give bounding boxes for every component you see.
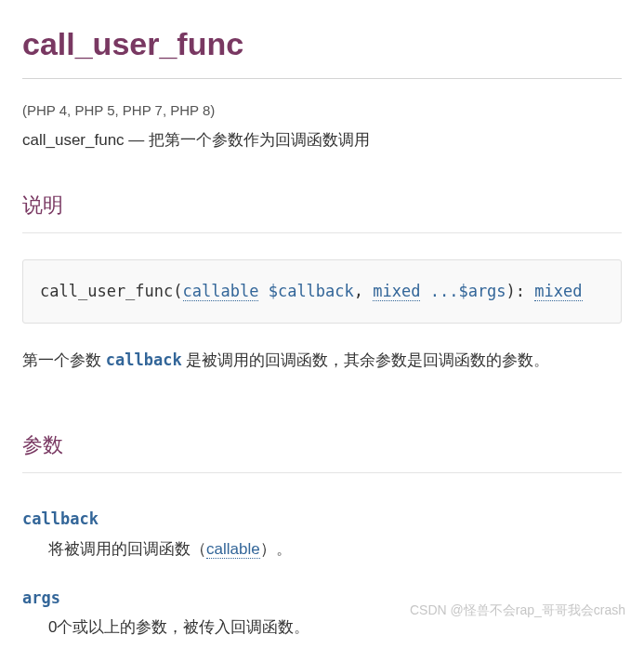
version-info: (PHP 4, PHP 5, PHP 7, PHP 8) [22,99,622,122]
method-synopsis: call_user_func(callable $callback, mixed… [22,259,622,324]
param-item: callback 将被调用的回调函数（callable）。 [22,507,622,561]
synopsis-comma: , [354,282,373,300]
type-link-mixed-return[interactable]: mixed [534,282,582,301]
section-heading-parameters: 参数 [22,429,622,461]
summary-sep: — [125,131,149,149]
synopsis-param-callback: $callback [258,282,353,300]
param-desc-args: 0个或以上的参数，被传入回调函数。 [48,615,622,640]
param-desc-pre: 0个或以上的参数，被传入回调函数。 [48,618,309,636]
type-link-mixed-arg[interactable]: mixed [373,282,420,301]
description-text: 第一个参数 callback 是被调用的回调函数，其余参数是回调函数的参数。 [22,348,622,373]
type-link-callable[interactable]: callable [183,282,259,301]
parameters-separator [22,472,622,473]
synopsis-paren-open: ( [173,282,182,300]
synopsis-paren-close: ): [506,282,535,300]
type-link-callable-param[interactable]: callable [206,540,260,559]
param-name-callback: callback [22,507,622,532]
summary-func: call_user_func [22,131,125,149]
summary-line: call_user_func — 把第一个参数作为回调函数调用 [22,127,622,152]
desc-post: 是被调用的回调函数，其余参数是回调函数的参数。 [182,351,550,369]
desc-pre: 第一个参数 [22,351,106,369]
param-desc-pre: 将被调用的回调函数（ [48,540,206,558]
synopsis-param-args: ...$args [420,282,506,300]
param-item: args 0个或以上的参数，被传入回调函数。 [22,586,622,640]
desc-inline-code: callback [106,350,182,369]
param-desc-callback: 将被调用的回调函数（callable）。 [48,536,622,562]
param-desc-post: ）。 [260,540,292,558]
synopsis-func-name: call_user_func [40,282,173,300]
description-separator [22,232,622,233]
summary-text: 把第一个参数作为回调函数调用 [149,131,370,149]
section-heading-description: 说明 [22,189,622,221]
title-separator [22,78,622,79]
page-title: call_user_func [22,19,622,69]
param-name-args: args [22,586,622,611]
param-section: callback 将被调用的回调函数（callable）。 args 0个或以上… [22,507,622,640]
